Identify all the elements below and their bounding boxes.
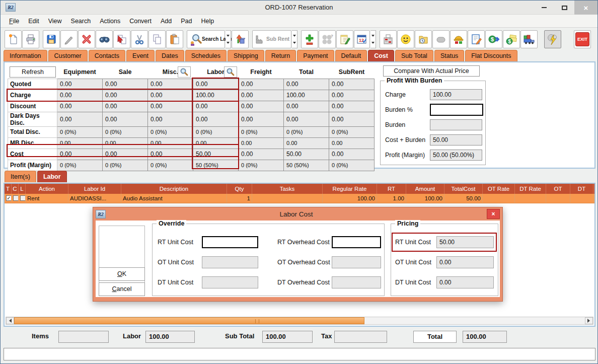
col-ot[interactable]: OT [546,184,570,194]
menu-add[interactable]: Add [156,15,176,27]
maximize-button[interactable] [554,1,574,15]
cut-scissors-button[interactable] [131,30,148,48]
col-labor-id[interactable]: Labor Id [68,184,121,194]
dialog-close-button[interactable]: × [487,209,500,219]
tab-sub-total[interactable]: Sub Total [395,50,433,61]
folder-clock-button[interactable] [415,30,432,48]
tab-event[interactable]: Event [126,50,155,61]
print-button[interactable] [22,30,39,48]
smiley-button[interactable] [397,30,414,48]
menu-view[interactable]: View [44,15,66,27]
save-button[interactable] [43,30,60,48]
scroll-right-button[interactable] [585,317,593,324]
quick-lightning-button[interactable] [544,30,561,48]
disabled-key-button[interactable] [432,30,450,48]
l-checkbox[interactable] [20,195,26,201]
col-tasks[interactable]: Tasks [252,184,323,194]
fax-machine-button[interactable] [380,30,397,48]
calendar-button[interactable]: 12 [354,30,370,48]
crew-hardhat-button[interactable] [450,30,467,48]
labor-search-button[interactable] [224,66,237,78]
row-label: Quoted [8,79,57,90]
title-bar[interactable]: R2 ORD-1007 Reservation × [1,1,597,15]
col-c[interactable]: C [12,184,19,194]
tab-information[interactable]: Information [4,50,47,61]
scroll-left-button[interactable] [6,317,14,324]
col-amount[interactable]: Amount [406,184,444,194]
col-totalcost[interactable]: TotalCost [444,184,483,194]
burden-percent-input[interactable] [430,104,483,116]
money-transfer-button[interactable]: $ [485,30,502,48]
c-checkbox[interactable] [13,195,19,201]
status-input[interactable] [4,348,595,360]
calendar-dropdown[interactable] [370,30,376,48]
misc-search-button[interactable] [178,66,191,78]
ok-button[interactable]: OK [99,267,145,281]
close-button[interactable]: × [574,1,597,15]
tab-dates[interactable]: Dates [156,50,184,61]
col-regular-rate[interactable]: Regular Rate [323,184,377,194]
menu-actions[interactable]: Actions [95,15,125,27]
search-labor-button[interactable]: Search Labor [187,30,225,48]
tab-schedules[interactable]: Schedules [185,50,227,61]
group-circles-button[interactable]: ? [319,30,336,48]
menu-file[interactable]: File [5,15,24,27]
sub-rent-dropdown[interactable] [292,30,297,48]
refresh-button[interactable]: Refresh [10,66,56,78]
scrollbar-thumb[interactable] [14,317,364,324]
notes-pad-button[interactable] [336,30,353,48]
exit-button[interactable]: EXIT [574,30,591,48]
delete-button[interactable] [78,30,95,48]
sub-rent-button[interactable]: Sub Rent [252,30,291,48]
tab-flat-discounts[interactable]: Flat Discounts [465,50,517,61]
menu-edit[interactable]: Edit [24,15,44,27]
dialog-title-bar[interactable]: R2 Labor Cost × [93,207,502,221]
paste-button[interactable] [166,30,183,48]
grid-cell: 0.00 [284,79,329,90]
t-checkbox[interactable]: ✓ [6,195,12,201]
col-d[interactable]: D [593,184,595,194]
menu-search[interactable]: Search [66,15,96,27]
rt-overhead-cost-input[interactable] [332,236,381,248]
money-notes-button[interactable]: $ [503,30,520,48]
compare-with-actual-price-button[interactable]: Compare With Actual Price [383,65,480,77]
menu-help[interactable]: Help [196,15,218,27]
menu-pad[interactable]: Pad [176,15,196,27]
delivery-truck-button[interactable] [520,30,538,48]
col-ot-rate[interactable]: OT Rate [483,184,515,194]
rt-unit-cost-input[interactable] [202,236,258,248]
close-icon: × [584,4,588,12]
find-binoculars-button[interactable] [96,30,113,48]
edit-document-button[interactable] [468,30,485,48]
tab-items[interactable]: Item(s) [5,171,36,182]
edit-pencil-button[interactable] [60,30,78,48]
tab-contacts[interactable]: Contacts [89,50,125,61]
cancel-button[interactable]: Cancel [99,282,145,296]
tab-status[interactable]: Status [434,50,464,61]
col-l[interactable]: L [19,184,26,194]
tab-customer[interactable]: Customer [48,50,88,61]
col-t[interactable]: T [5,184,12,194]
new-document-button[interactable] [5,30,22,48]
tab-payment[interactable]: Payment [297,50,334,61]
horizontal-scrollbar[interactable] [6,317,593,325]
col-action[interactable]: Action [26,184,68,194]
plus-minus-button[interactable] [301,30,318,48]
tab-shipping[interactable]: Shipping [228,50,264,61]
tab-default[interactable]: Default [335,50,367,61]
menu-convert[interactable]: Convert [125,15,156,27]
search-labor-dropdown[interactable] [226,30,231,48]
col-qty[interactable]: Qty [227,184,252,194]
tab-labor[interactable]: Labor [37,171,67,182]
convert-button[interactable] [232,30,249,48]
col-rt[interactable]: RT [377,184,406,194]
labor-table-row[interactable]: ✓ Rent AUDIOASSI... Audio Assistant 1 10… [5,194,594,203]
minimize-button[interactable] [534,1,554,15]
col-description[interactable]: Description [121,184,227,194]
copy-document-button[interactable] [113,30,130,48]
col-dt[interactable]: DT [570,184,593,194]
tab-return[interactable]: Return [265,50,296,61]
tab-cost[interactable]: Cost [368,50,394,61]
col-dt-rate[interactable]: DT Rate [515,184,546,194]
copy-button[interactable] [148,30,166,48]
